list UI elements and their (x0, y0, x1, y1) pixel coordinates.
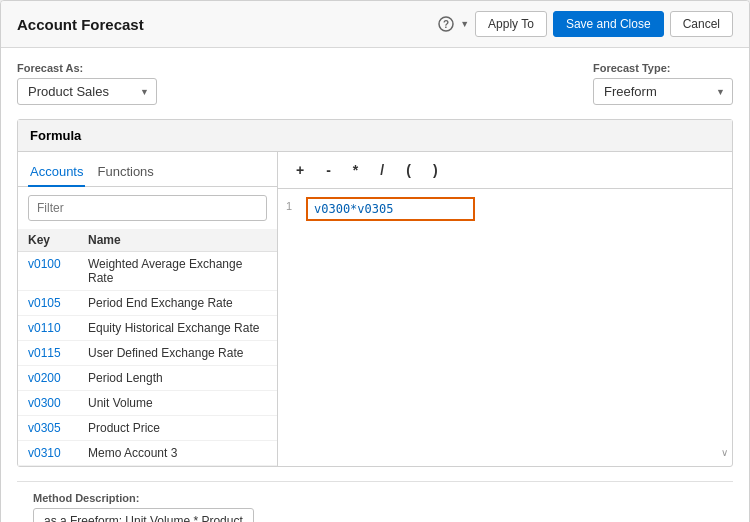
account-forecast-window: Account Forecast ? ▼ Apply To Save and C… (0, 0, 750, 522)
formula-body: Accounts Functions Key Name v0100 Weight… (18, 152, 732, 466)
row-key: v0110 (28, 321, 88, 335)
col-header-key: Key (28, 233, 88, 247)
row-name: Memo Account 3 (88, 446, 267, 460)
svg-text:?: ? (443, 19, 449, 30)
formula-input[interactable] (306, 197, 475, 221)
formula-label: Formula (30, 128, 81, 143)
row-key: v0100 (28, 257, 88, 285)
formula-tabs: Accounts Functions (18, 152, 277, 187)
formula-section: Formula Accounts Functions Key Name (17, 119, 733, 467)
operator-divide[interactable]: / (376, 160, 388, 180)
forecast-type-select[interactable]: Freeform (593, 78, 733, 105)
help-button[interactable]: ? (438, 16, 454, 32)
col-header-name: Name (88, 233, 267, 247)
forecast-as-select-wrapper: Product Sales (17, 78, 157, 105)
scroll-indicator: ∨ (721, 447, 728, 458)
table-row[interactable]: v0300 Unit Volume (18, 391, 277, 416)
table-row[interactable]: v0200 Period Length (18, 366, 277, 391)
accounts-table: Key Name v0100 Weighted Average Exchange… (18, 229, 277, 466)
forecast-as-field: Forecast As: Product Sales (17, 62, 157, 105)
row-key: v0310 (28, 446, 88, 460)
forecast-type-field: Forecast Type: Freeform (593, 62, 733, 105)
row-name: Product Price (88, 421, 267, 435)
operator-open-paren[interactable]: ( (402, 160, 415, 180)
row-key: v0200 (28, 371, 88, 385)
main-content: Forecast As: Product Sales Forecast Type… (1, 48, 749, 522)
formula-editor: 1 ∨ (278, 189, 732, 466)
header-actions: ? ▼ Apply To Save and Close Cancel (438, 11, 733, 37)
table-row[interactable]: v0105 Period End Exchange Rate (18, 291, 277, 316)
bottom-section: Method Description: as a Freeform: Unit … (17, 481, 733, 522)
operator-plus[interactable]: + (292, 160, 308, 180)
forecast-as-select[interactable]: Product Sales (17, 78, 157, 105)
row-name: Unit Volume (88, 396, 267, 410)
tab-accounts[interactable]: Accounts (28, 160, 85, 187)
row-key: v0305 (28, 421, 88, 435)
row-key: v0105 (28, 296, 88, 310)
table-row[interactable]: v0100 Weighted Average Exchange Rate (18, 252, 277, 291)
help-dropdown-arrow[interactable]: ▼ (460, 19, 469, 29)
table-row[interactable]: v0310 Memo Account 3 (18, 441, 277, 466)
formula-operators: + - * / ( ) (278, 152, 732, 189)
method-description-row: Method Description: as a Freeform: Unit … (17, 481, 733, 522)
line-number: 1 (286, 197, 300, 212)
formula-line: 1 (286, 197, 724, 221)
forecast-type-select-wrapper: Freeform (593, 78, 733, 105)
row-name: Period End Exchange Rate (88, 296, 267, 310)
table-row[interactable]: v0115 User Defined Exchange Rate (18, 341, 277, 366)
formula-header: Formula (18, 120, 732, 152)
table-row[interactable]: v0305 Product Price (18, 416, 277, 441)
forecast-type-label: Forecast Type: (593, 62, 733, 74)
method-description-value: as a Freeform: Unit Volume * Product (33, 508, 254, 522)
operator-multiply[interactable]: * (349, 160, 362, 180)
tab-functions[interactable]: Functions (95, 160, 155, 187)
row-name: Period Length (88, 371, 267, 385)
row-name: User Defined Exchange Rate (88, 346, 267, 360)
save-and-close-button[interactable]: Save and Close (553, 11, 664, 37)
page-title: Account Forecast (17, 16, 144, 33)
table-row[interactable]: v0110 Equity Historical Exchange Rate (18, 316, 277, 341)
row-key: v0115 (28, 346, 88, 360)
operator-minus[interactable]: - (322, 160, 335, 180)
row-key: v0300 (28, 396, 88, 410)
table-header: Key Name (18, 229, 277, 252)
row-name: Weighted Average Exchange Rate (88, 257, 267, 285)
forecast-row: Forecast As: Product Sales Forecast Type… (17, 62, 733, 105)
method-description-label: Method Description: (33, 492, 254, 504)
forecast-as-label: Forecast As: (17, 62, 157, 74)
formula-left-panel: Accounts Functions Key Name v0100 Weight… (18, 152, 278, 466)
apply-to-button[interactable]: Apply To (475, 11, 547, 37)
method-description-field: Method Description: as a Freeform: Unit … (33, 492, 254, 522)
window-header: Account Forecast ? ▼ Apply To Save and C… (1, 1, 749, 48)
filter-input[interactable] (28, 195, 267, 221)
operator-close-paren[interactable]: ) (429, 160, 442, 180)
row-name: Equity Historical Exchange Rate (88, 321, 267, 335)
formula-right-panel: + - * / ( ) 1 ∨ (278, 152, 732, 466)
cancel-button[interactable]: Cancel (670, 11, 733, 37)
